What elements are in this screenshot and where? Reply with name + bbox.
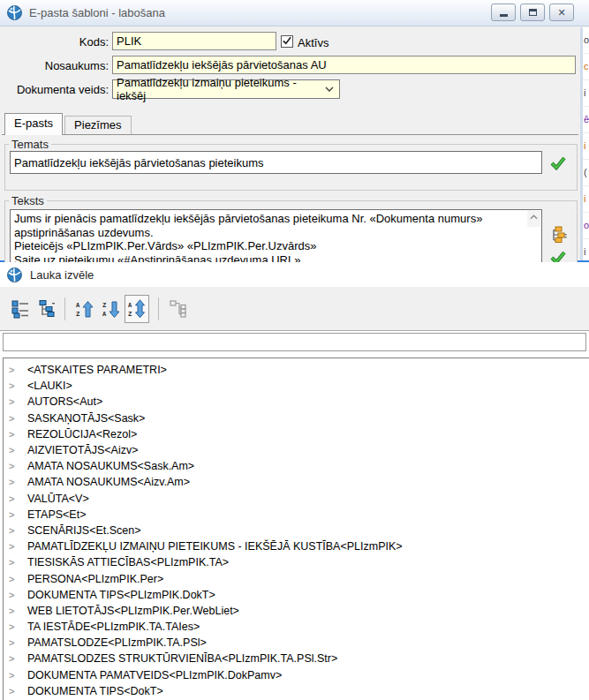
- list-item[interactable]: > REZOLŪCIJA<Rezol>: [4, 426, 589, 442]
- list-item[interactable]: > DOKUMENTA PAMATVEIDS<PLIzmPIK.DokPamv>: [4, 667, 589, 683]
- chevron-down-icon: [325, 87, 334, 92]
- svg-text:A: A: [128, 302, 132, 309]
- list-item-label: ETAPS<Et>: [27, 508, 86, 521]
- insert-field-tree-icon[interactable]: [550, 226, 567, 246]
- chevron-right-icon: >: [9, 670, 21, 681]
- minimize-button[interactable]: [491, 4, 516, 21]
- chevron-right-icon: >: [9, 653, 21, 664]
- checkmark-icon: [282, 35, 292, 46]
- aktivs-label: Aktīvs: [298, 36, 328, 49]
- titlebar[interactable]: E-pasta šabloni - labošana ✕: [0, 0, 589, 26]
- temats-valid-check-icon[interactable]: [550, 156, 566, 170]
- list-item-label: REZOLŪCIJA<Rezol>: [27, 428, 137, 440]
- list-item-label: VALŪTA<V>: [27, 493, 89, 505]
- list-item[interactable]: > PERSONA<PLIzmPIK.Per>: [4, 570, 589, 586]
- list-item[interactable]: > ETAPS<Et>: [4, 507, 589, 523]
- restore-icon: [529, 9, 537, 16]
- list-item-label: TIESISKĀS ATTIECĪBAS<PLIzmPIK.TA>: [27, 556, 229, 568]
- clipped-text-fragment: i: [583, 239, 589, 260]
- temats-group: Temats: [4, 138, 578, 191]
- list-item[interactable]: > SASKAŅOTĀJS<Sask>: [4, 410, 589, 426]
- tab-piezimes[interactable]: Piezīmes: [64, 116, 131, 135]
- window-title: Lauka izvēle: [30, 268, 94, 282]
- kods-input[interactable]: [112, 32, 276, 50]
- dokumenta-veids-select[interactable]: Pamatlīdzekļu izmaiņu pieteikums - iekšē…: [112, 79, 340, 99]
- filter-input[interactable]: [3, 333, 586, 351]
- sort-toggle-button[interactable]: AZ: [125, 295, 149, 323]
- background-window-strip: ociēi(ioi: [580, 27, 589, 260]
- scroll-up-button[interactable]: [527, 211, 540, 227]
- list-item[interactable]: > DOKUMENTA TIPS<DokT>: [4, 683, 589, 699]
- titlebar[interactable]: Lauka izvēle: [0, 262, 589, 287]
- svg-text:Z: Z: [128, 311, 132, 318]
- tree-view-button[interactable]: [34, 297, 58, 321]
- list-item[interactable]: > SCENĀRIJS<Et.Scen>: [4, 523, 589, 538]
- nosaukums-label: Nosaukums:: [0, 59, 109, 72]
- tab-e-pasts[interactable]: E-pasts: [4, 113, 63, 135]
- window-title: E-pasta šabloni - labošana: [29, 6, 165, 19]
- expand-structure-button[interactable]: [166, 297, 190, 321]
- list-item[interactable]: > TA IESTĀDE<PLIzmPIK.TA.TAIes>: [4, 619, 589, 635]
- list-item[interactable]: > WEB LIETOTĀJS<PLIzmPIK.Per.WebLiet>: [4, 603, 589, 619]
- list-item[interactable]: > AUTORS<Aut>: [4, 394, 589, 410]
- flat-list-button[interactable]: [8, 297, 32, 321]
- chevron-right-icon: >: [9, 477, 21, 487]
- list-item-label: PAMATSLODZES STRUKTŪRVIENĪBA<PLIzmPIK.TA…: [27, 652, 337, 665]
- list-item[interactable]: > PAMATSLODZES STRUKTŪRVIENĪBA<PLIzmPIK.…: [4, 651, 589, 666]
- list-item[interactable]: > TIESISKĀS ATTIECĪBAS<PLIzmPIK.TA>: [4, 554, 589, 570]
- list-item-label: WEB LIETOTĀJS<PLIzmPIK.Per.WebLiet>: [27, 605, 239, 617]
- field-picker-window: Lauka izvēle AZ: [0, 262, 589, 700]
- app-logo-icon: [7, 5, 22, 20]
- list-item-label: DOKUMENTA TIPS<DokT>: [27, 685, 163, 697]
- field-list: > <ATSKAITES PARAMETRI> > <LAUKI> > AUTO…: [3, 358, 589, 700]
- clipped-text-fragment: (: [583, 160, 589, 186]
- svg-text:Z: Z: [76, 311, 79, 318]
- list-item[interactable]: > AMATA NOSAUKUMS<Sask.Am>: [4, 458, 589, 474]
- clipped-text-fragment: o: [583, 27, 589, 54]
- list-item-label: SASKAŅOTĀJS<Sask>: [27, 412, 145, 425]
- list-item[interactable]: > <LAUKI>: [4, 378, 589, 394]
- list-item-label: DOKUMENTA TIPS<PLIzmPIK.DokT>: [27, 589, 215, 601]
- app-logo-icon: [7, 267, 22, 282]
- kods-label: Kods:: [0, 35, 109, 49]
- email-template-window: E-pasta šabloni - labošana ✕ Kods: Aktīv…: [0, 0, 589, 262]
- clipped-text-fragment: c: [583, 54, 589, 80]
- restore-button[interactable]: [520, 4, 545, 21]
- chevron-right-icon: >: [9, 590, 21, 600]
- list-item[interactable]: > PAMATLĪDZEKĻU IZMAIŅU PIETEIKUMS - IEK…: [4, 538, 589, 554]
- teksts-group-label: Teksts: [9, 194, 47, 207]
- svg-text:Z: Z: [102, 302, 106, 309]
- toolbar-separator: [158, 297, 159, 320]
- list-item-label: AIZVIETOTĀJS<Aizv>: [27, 444, 139, 456]
- temats-group-label: Temats: [9, 138, 51, 151]
- toolbar-separator: [64, 297, 65, 320]
- list-item[interactable]: > AIZVIETOTĀJS<Aizv>: [4, 442, 589, 458]
- temats-input[interactable]: [10, 151, 542, 174]
- list-item-label: PAMATSLODZE<PLIzmPIK.TA.PSl>: [27, 636, 207, 649]
- clipped-text-fragment: o: [583, 213, 589, 239]
- list-item[interactable]: > DOKUMENTA TIPS<PLIzmPIK.DokT>: [4, 587, 589, 603]
- list-item[interactable]: > AMATA NOSAUKUMS<Aizv.Am>: [4, 474, 589, 490]
- sort-ascending-icon: AZ: [75, 300, 94, 319]
- list-item[interactable]: > PAMATSLODZE<PLIzmPIK.TA.PSl>: [4, 635, 589, 651]
- list-item[interactable]: > VALŪTA<V>: [4, 491, 589, 507]
- expand-structure-icon: [169, 299, 188, 319]
- clipped-text-fragment: i: [583, 186, 589, 213]
- nosaukums-input[interactable]: [112, 56, 576, 74]
- clipped-text-fragment: i: [583, 133, 589, 160]
- close-button[interactable]: ✕: [549, 4, 574, 21]
- chevron-right-icon: >: [9, 429, 21, 440]
- tab-panel-border: [2, 134, 578, 135]
- sort-ascending-button[interactable]: AZ: [72, 297, 96, 321]
- aktivs-checkbox[interactable]: [281, 35, 293, 48]
- toolbar: AZ ZA AZ: [0, 287, 589, 331]
- sort-descending-icon: ZA: [102, 300, 121, 319]
- sort-descending-button[interactable]: ZA: [99, 297, 123, 321]
- chevron-right-icon: >: [9, 574, 21, 584]
- minimize-icon: [500, 14, 508, 17]
- list-item[interactable]: > <ATSKAITES PARAMETRI>: [4, 362, 589, 378]
- list-item-label: AMATA NOSAUKUMS<Sask.Am>: [27, 460, 194, 472]
- list-item-label: AMATA NOSAUKUMS<Aizv.Am>: [27, 476, 190, 488]
- chevron-right-icon: >: [9, 445, 21, 455]
- tab-bar: E-pasts Piezīmes: [4, 114, 132, 135]
